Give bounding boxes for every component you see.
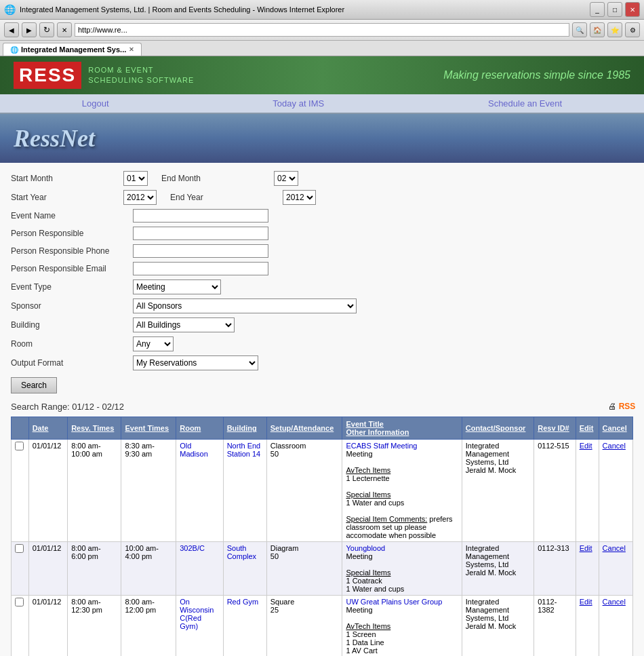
building-link-1[interactable]: Red Gym (227, 598, 258, 606)
end-year-group: End Year 201220112013 (170, 190, 316, 205)
cancel-link[interactable]: Cancel (603, 598, 626, 606)
edit-link[interactable]: Edit (580, 598, 592, 606)
ress-subtitle: Room & Event Scheduling Software (88, 65, 194, 86)
refresh-button[interactable]: ↻ (39, 22, 54, 37)
table-row: 01/01/128:00 am-10:00 am8:30 am-9:30 amO… (12, 440, 633, 542)
th-edit: Edit (576, 417, 599, 440)
event-type: Meeting (346, 450, 372, 458)
cell-event-title: ECABS Staff MeetingMeetingAvTech Items1 … (342, 440, 462, 542)
print-icon[interactable]: 🖨 (606, 400, 618, 412)
person-phone-input[interactable] (133, 244, 268, 258)
cancel-link[interactable]: Cancel (603, 442, 626, 450)
avtech-items: 1 Lecternette (346, 474, 389, 482)
cell-resv-id: 0112-1382 (534, 596, 576, 657)
room-select[interactable]: Any (133, 336, 174, 351)
row-checkbox[interactable] (15, 442, 24, 450)
cell-resv-id: 0112-515 (534, 440, 576, 542)
settings-button[interactable]: ⚙ (625, 22, 640, 37)
browser-titlebar: 🌐 Integrated Management Systems, Ltd. | … (0, 0, 644, 20)
favorites-button[interactable]: ⭐ (607, 22, 622, 37)
results-header: Search Range: 01/12 - 02/12 🖨 RSS (11, 400, 633, 412)
today-link[interactable]: Today at IMS (273, 98, 324, 109)
cell-contact: IntegratedManagementSystems, LtdJerald M… (462, 440, 534, 542)
th-room: Room (176, 417, 223, 440)
edit-link[interactable]: Edit (580, 442, 592, 450)
cell-resv-times: 8:00 am-10:00 am (68, 440, 121, 542)
event-type: Meeting (346, 552, 372, 560)
forward-button[interactable]: ▶ (22, 22, 37, 37)
search-browser-button[interactable]: 🔍 (572, 22, 587, 37)
end-year-select[interactable]: 201220112013 (283, 190, 316, 205)
person-email-label: Person Responsible Email (11, 264, 119, 273)
cell-event-times: 8:30 am-9:30 am (121, 440, 176, 542)
ress-tagline: Making reservations simple since 1985 (443, 69, 630, 81)
back-button[interactable]: ◀ (4, 22, 19, 37)
person-email-input[interactable] (133, 262, 268, 275)
month-row: Start Month 010203 End Month 020103 (11, 171, 633, 186)
event-title-link[interactable]: ECABS Staff Meeting (346, 442, 417, 450)
building-select[interactable]: All Buildings (133, 317, 235, 332)
room-link[interactable]: On Wisconsin C(Red Gym) (180, 598, 214, 630)
person-responsible-input[interactable] (133, 227, 268, 240)
search-button[interactable]: Search (11, 377, 57, 393)
event-title-link[interactable]: Youngblood (346, 544, 385, 552)
event-title-link[interactable]: UW Great Plains User Group (346, 598, 442, 606)
tab-favicon: 🌐 (10, 46, 18, 54)
close-button[interactable]: ✕ (625, 2, 640, 17)
minimize-button[interactable]: _ (590, 2, 605, 17)
table-header-row: Date Resv. Times Event Times Room Buildi… (12, 417, 633, 440)
end-month-label: End Month (161, 174, 270, 183)
event-name-row: Event Name (11, 209, 633, 223)
building-link-1[interactable]: North End (227, 442, 261, 450)
end-month-select[interactable]: 020103 (274, 171, 298, 186)
schedule-link[interactable]: Schedule an Event (488, 98, 562, 109)
building-link-2[interactable]: Station 14 (227, 450, 261, 458)
cell-building: Red Gym (223, 596, 266, 657)
building-label: Building (11, 320, 119, 330)
tab-close-button[interactable]: ✕ (129, 46, 134, 53)
browser-title: Integrated Management Systems, Ltd. | Ro… (20, 5, 344, 14)
cancel-link[interactable]: Cancel (603, 544, 626, 552)
room-link[interactable]: 302B/C (180, 544, 205, 552)
start-month-select[interactable]: 010203 (123, 171, 148, 186)
building-link-2[interactable]: Complex (227, 552, 256, 560)
edit-link[interactable]: Edit (580, 544, 592, 552)
event-type-select[interactable]: MeetingConference (133, 279, 221, 294)
output-format-select[interactable]: My Reservations (133, 355, 258, 370)
output-format-label: Output Format (11, 358, 119, 368)
cell-date: 01/01/12 (28, 440, 68, 542)
tab-bar: 🌐 Integrated Management Sys... ✕ (0, 41, 644, 56)
logout-link[interactable]: Logout (82, 98, 109, 109)
address-bar[interactable] (75, 23, 569, 37)
cell-date: 01/01/12 (28, 542, 68, 596)
search-form: Start Month 010203 End Month 020103 Star… (11, 171, 633, 393)
cell-setup: Classroom50 (266, 440, 342, 542)
start-year-select[interactable]: 201220112013 (123, 190, 157, 205)
cell-room: 302B/C (176, 542, 223, 596)
building-link-1[interactable]: South (227, 544, 247, 552)
special-comments-label: Special Item Comments: (346, 515, 427, 523)
sponsor-select[interactable]: All Sponsors (133, 298, 357, 313)
active-tab[interactable]: 🌐 Integrated Management Sys... ✕ (3, 43, 142, 56)
row-checkbox[interactable] (15, 598, 24, 606)
cell-resv-times: 8:00 am-12:30 pm (68, 596, 121, 657)
avtech-items: 1 Screen1 Data Line1 AV Cart1 Extension … (346, 630, 403, 656)
th-building: Building (223, 417, 266, 440)
home-button[interactable]: 🏠 (590, 22, 605, 37)
rss-icon[interactable]: RSS (621, 400, 633, 412)
cell-event-times: 10:00 am-4:00 pm (121, 542, 176, 596)
stop-button[interactable]: ✕ (57, 22, 72, 37)
room-link[interactable]: Old Madison (180, 442, 208, 458)
cell-event-times: 8:00 am-12:00 pm (121, 596, 176, 657)
maximize-button[interactable]: □ (607, 2, 622, 17)
cell-cancel: Cancel (599, 542, 632, 596)
event-name-input[interactable] (133, 209, 268, 223)
year-row: Start Year 201220112013 End Year 2012201… (11, 190, 633, 205)
cell-event-title: YoungbloodMeetingSpecial Items1 Coatrack… (342, 542, 462, 596)
special-label: Special Items (346, 490, 390, 499)
sponsor-row: Sponsor All Sponsors (11, 298, 633, 313)
row-checkbox[interactable] (15, 544, 24, 553)
cell-building: SouthComplex (223, 542, 266, 596)
end-month-group: End Month 020103 (161, 171, 298, 186)
cell-setup: Square25 (266, 596, 342, 657)
